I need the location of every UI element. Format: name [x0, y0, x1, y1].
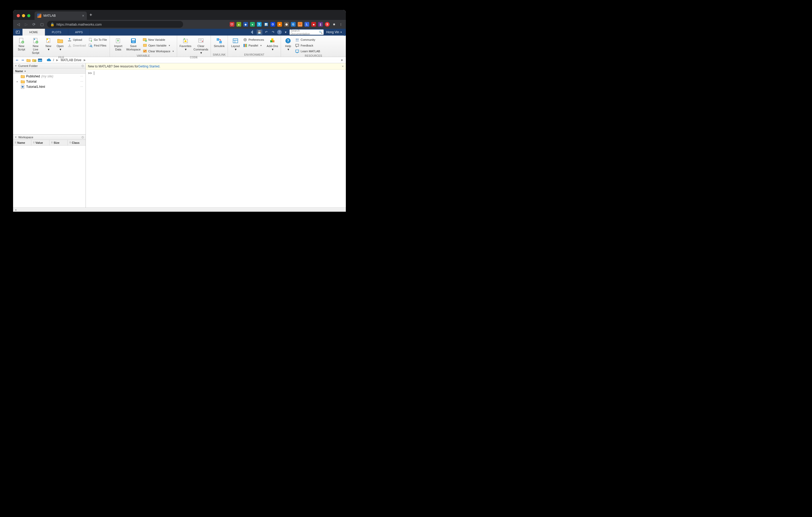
- panel-options-icon[interactable]: ⊙: [81, 64, 84, 68]
- browser-tab-matlab[interactable]: MATLAB ×: [34, 11, 87, 20]
- search-documentation-input[interactable]: Search Documentation 🔍: [290, 30, 324, 35]
- workspace-header[interactable]: ▼ Workspace ⊙: [13, 134, 86, 140]
- item-menu-icon[interactable]: ⋯: [80, 80, 83, 83]
- tab-apps[interactable]: APPS: [68, 29, 90, 35]
- svg-point-27: [244, 39, 245, 40]
- folder-column-header[interactable]: Name ▲: [13, 68, 86, 74]
- undo-button[interactable]: ↶: [263, 30, 269, 35]
- group-label-code: CODE: [177, 55, 210, 59]
- upload-icon: [67, 38, 72, 42]
- ext-purple-icon[interactable]: ||: [318, 22, 323, 27]
- ext-l-icon[interactable]: L: [304, 22, 309, 27]
- getting-started-link[interactable]: Getting Started: [138, 65, 160, 68]
- ext-triangle-icon[interactable]: ▲: [236, 22, 241, 27]
- ext-office-icon[interactable]: O: [270, 22, 275, 27]
- folder-item-tutorial[interactable]: ▸ Tutorial ⋯: [13, 79, 86, 84]
- new-script-button[interactable]: New Script: [14, 37, 28, 52]
- ext-brown-icon[interactable]: ⬢: [284, 22, 289, 27]
- help-button[interactable]: ? Help▼: [283, 37, 293, 52]
- layout-button[interactable]: Layout▼: [229, 37, 241, 52]
- panel-handle-icon[interactable]: ⏴: [14, 208, 17, 211]
- find-files-button[interactable]: Find Files: [87, 43, 108, 48]
- ws-col-name[interactable]: ⠿Name: [13, 140, 31, 145]
- item-menu-icon[interactable]: ⋯: [80, 75, 83, 78]
- group-label-environment: ENVIRONMENT: [228, 53, 281, 57]
- toolstrip-chevron-left-icon: [250, 30, 256, 35]
- clear-workspace-button[interactable]: Clear Workspace▼: [142, 49, 175, 54]
- collapse-ribbon-icon[interactable]: ▴: [344, 33, 345, 37]
- clear-commands-button[interactable]: Clear Commands▼: [193, 37, 209, 55]
- ext-chart-icon[interactable]: 📊: [264, 22, 268, 27]
- current-folder-header[interactable]: ▼ Current Folder ⊙: [13, 63, 86, 68]
- folder-name: Published: [26, 74, 40, 78]
- go-to-file-button[interactable]: Go To File: [87, 37, 108, 42]
- panel-options-icon[interactable]: ⊙: [81, 135, 84, 139]
- new-tab-button[interactable]: +: [87, 12, 95, 20]
- new-live-script-button[interactable]: New Live Script: [29, 37, 42, 55]
- ws-col-size[interactable]: ⠿Size: [50, 140, 68, 145]
- save-workspace-button[interactable]: Save Workspace: [125, 37, 141, 52]
- minimize-window-button[interactable]: [22, 14, 25, 17]
- svg-rect-25: [233, 39, 238, 43]
- new-button[interactable]: New▼: [43, 37, 54, 52]
- close-window-button[interactable]: [17, 14, 20, 17]
- svg-point-43: [22, 86, 24, 88]
- learn-matlab-button[interactable]: Learn MATLAB: [294, 49, 321, 54]
- ws-col-value[interactable]: ⠿Value: [31, 140, 50, 145]
- bookmark-icon[interactable]: ▢: [39, 22, 45, 26]
- folder-icon: [21, 80, 25, 84]
- ext-s-icon[interactable]: S: [325, 22, 329, 27]
- nav-forward-button[interactable]: ▷: [24, 22, 29, 26]
- upload-button[interactable]: Upload: [66, 37, 87, 42]
- ext-orange-icon[interactable]: ✦: [277, 22, 282, 27]
- ext-shield-icon[interactable]: 🛡: [230, 22, 234, 27]
- matlab-logo-icon[interactable]: [13, 29, 23, 35]
- tab-close-icon[interactable]: ×: [82, 13, 84, 18]
- ext-circle-icon[interactable]: ●: [250, 22, 255, 27]
- feedback-button[interactable]: Feedback: [294, 43, 321, 48]
- nav-reload-button[interactable]: ⟳: [31, 22, 37, 26]
- save-layout-button[interactable]: 💾: [257, 30, 262, 35]
- command-window[interactable]: >>: [86, 69, 346, 208]
- import-data-button[interactable]: Import Data: [111, 37, 125, 52]
- user-menu[interactable]: Hong Vin ▼: [325, 30, 344, 34]
- ext-red-icon[interactable]: ■: [311, 22, 316, 27]
- path-dropdown-button[interactable]: ▾: [340, 58, 344, 62]
- browser-menu-icon[interactable]: ⋮: [339, 22, 343, 27]
- preferences-button[interactable]: Preferences: [242, 37, 265, 42]
- download-button[interactable]: Download: [66, 43, 87, 48]
- ribbon-group-resources: ? Help▼ Community Feedback Learn MATLAB …: [281, 35, 346, 57]
- nav-back-button[interactable]: ◁: [16, 22, 21, 26]
- ribbon-group-environment: Layout▼ Preferences Parallel▼ Add-Ons▼ E…: [228, 35, 281, 57]
- parallel-button[interactable]: Parallel▼: [242, 43, 265, 48]
- addons-button[interactable]: Add-Ons▼: [265, 37, 279, 52]
- expand-icon[interactable]: ▸: [17, 80, 19, 83]
- new-file-icon: [45, 38, 52, 44]
- file-item-tutorial1[interactable]: Tutorial1.html ⋯: [13, 84, 86, 89]
- ext-blue-icon[interactable]: G: [291, 22, 296, 27]
- ws-col-class[interactable]: ⠿Class: [68, 140, 86, 145]
- close-banner-icon[interactable]: ×: [342, 64, 344, 68]
- tab-home[interactable]: HOME: [23, 29, 45, 35]
- open-variable-button[interactable]: Open Variable▼: [142, 43, 175, 48]
- tab-plots[interactable]: PLOTS: [45, 29, 68, 35]
- favorites-button[interactable]: Favorites▼: [179, 37, 192, 52]
- help-dropdown-button[interactable]: ▾: [283, 30, 289, 35]
- open-button[interactable]: Open▼: [54, 37, 66, 52]
- ext-translate-icon[interactable]: 文: [257, 22, 262, 27]
- new-script-icon: [18, 38, 25, 44]
- community-button[interactable]: Community: [294, 37, 321, 42]
- url-input[interactable]: 🔒 https://matlab.mathworks.com: [47, 21, 183, 28]
- maximize-window-button[interactable]: [27, 14, 30, 17]
- redo-button[interactable]: ↷: [270, 30, 276, 35]
- group-label-variable: VARIABLE: [110, 54, 177, 58]
- simulink-button[interactable]: Simulink: [212, 37, 226, 48]
- item-menu-icon[interactable]: ⋯: [80, 85, 83, 89]
- extensions-puzzle-icon[interactable]: ✱: [332, 22, 337, 27]
- new-variable-button[interactable]: New Variable: [142, 37, 175, 42]
- matlab-favicon-icon: [37, 13, 41, 18]
- ext-diamond-icon[interactable]: ◆: [243, 22, 248, 27]
- ext-fox-icon[interactable]: 🦊: [298, 22, 302, 27]
- folder-item-published[interactable]: Published (my site) ⋯: [13, 74, 86, 79]
- help-circle-button[interactable]: ?: [277, 30, 282, 34]
